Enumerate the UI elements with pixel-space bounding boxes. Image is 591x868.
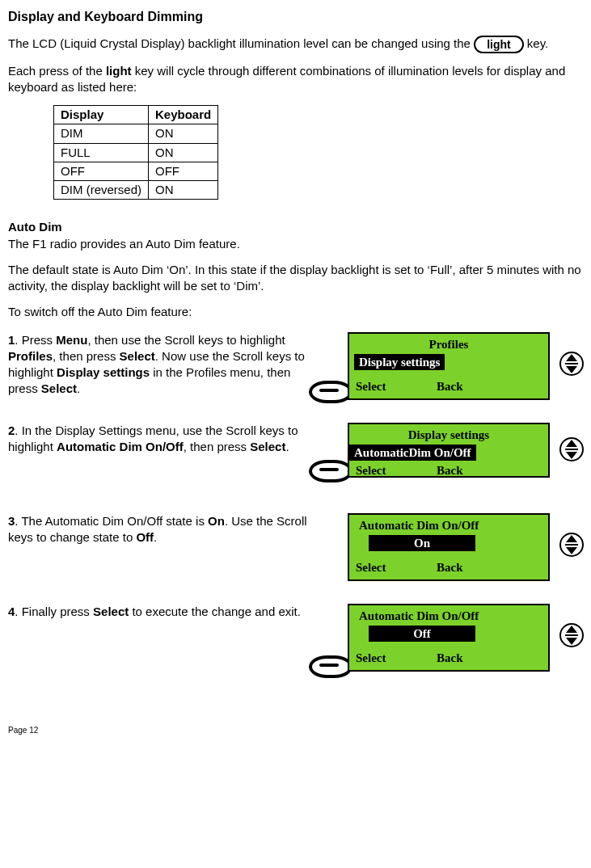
intro-para-2: Each press of the light key will cycle t…: [8, 63, 583, 96]
step-1-text: 1. Press Menu, then use the Scroll keys …: [8, 332, 320, 398]
dim-cell: ON: [149, 181, 218, 200]
intro-text-a: The LCD (Liquid Crystal Display) backlig…: [8, 36, 474, 50]
page-number: Page 12: [8, 725, 583, 736]
lcd-screen-2: Display settings AutomaticDim On/Off Sel…: [348, 423, 550, 478]
t: to execute the change and exit.: [129, 605, 301, 618]
autodim-p2: The default state is Auto Dim ‘On’. In t…: [8, 262, 583, 295]
select-key-icon: [309, 460, 352, 482]
dim-cell: DIM (reversed): [54, 181, 149, 200]
lcd-soft-left: Select: [356, 559, 437, 575]
dim-cell: FULL: [54, 143, 149, 162]
autodim-p3: To switch off the Auto Dim feature:: [8, 304, 583, 320]
lcd-screen-3: Automatic Dim On/Off On SelectBack: [348, 513, 550, 581]
dim-cell: OFF: [149, 162, 218, 180]
intro2-key: light: [106, 64, 132, 78]
select-key-icon: [309, 381, 352, 403]
lcd-screen-4: Automatic Dim On/Off Off SelectBack: [348, 604, 550, 672]
step-2-text: 2. In the Display Settings menu, use the…: [8, 423, 320, 456]
t: Profiles: [8, 349, 53, 363]
light-key-chip: light: [474, 36, 524, 53]
lcd-soft-right: Back: [437, 378, 463, 394]
t: . The Automatic Dim On/Off state is: [15, 514, 208, 528]
intro-text-b: key.: [527, 36, 548, 50]
lcd-soft-left: Select: [356, 650, 437, 666]
t: , then press: [53, 349, 120, 363]
t: , then press: [184, 440, 251, 453]
t: Menu: [56, 333, 87, 347]
dim-table: Display Keyboard DIMON FULLON OFFOFF DIM…: [53, 105, 218, 200]
lcd-highlight: Off: [369, 626, 475, 642]
t: , then use the Scroll keys to highlight: [87, 333, 285, 347]
dim-table-h2: Keyboard: [149, 106, 218, 124]
t: Select: [120, 349, 155, 363]
t: . Finally press: [15, 605, 93, 618]
scroll-icon: [559, 533, 584, 557]
section-title: Display and Keyboard Dimming: [8, 8, 583, 26]
step-3-text: 3. The Automatic Dim On/Off state is On.…: [8, 513, 320, 546]
lcd-title: Automatic Dim On/Off: [359, 517, 543, 533]
autodim-p1: The F1 radio provides an Auto Dim featur…: [8, 236, 583, 252]
dim-cell: ON: [149, 143, 218, 162]
autodim-heading: Auto Dim: [8, 219, 583, 235]
lcd-soft-left: Select: [356, 462, 437, 477]
lcd-highlight: On: [369, 535, 475, 551]
lcd-soft-right: Back: [437, 559, 463, 575]
lcd-title: Profiles: [354, 336, 543, 352]
lcd-soft-right: Back: [437, 650, 463, 666]
lcd-title: Display settings: [354, 427, 543, 443]
select-key-icon: [309, 655, 352, 678]
scroll-icon: [559, 352, 584, 376]
t: On: [208, 514, 225, 528]
intro-para-1: The LCD (Liquid Crystal Display) backlig…: [8, 36, 583, 53]
dim-cell: DIM: [54, 124, 149, 143]
lcd-title: Automatic Dim On/Off: [359, 608, 543, 624]
dim-cell: ON: [149, 124, 218, 143]
lcd-soft-right: Back: [437, 462, 463, 477]
lcd-screen-1: Profiles Display settings SelectBack: [348, 332, 550, 400]
dim-cell: OFF: [54, 162, 149, 180]
t: .: [154, 530, 157, 544]
t: Automatic Dim On/Off: [57, 440, 184, 453]
t: . Press: [15, 333, 56, 347]
t: .: [77, 381, 80, 395]
t: Off: [136, 530, 154, 544]
t: Select: [41, 381, 77, 395]
dim-table-h1: Display: [54, 106, 149, 124]
step-4-text: 4. Finally press Select to execute the c…: [8, 604, 320, 620]
scroll-icon: [559, 437, 584, 461]
t: Display settings: [57, 365, 150, 379]
lcd-highlight: Display settings: [354, 354, 445, 370]
t: Select: [93, 605, 129, 618]
step-2: 2. In the Display Settings menu, use the…: [8, 423, 583, 495]
intro2-a: Each press of the: [8, 64, 106, 78]
scroll-icon: [559, 623, 584, 647]
t: .: [285, 440, 289, 453]
step-4: 4. Finally press Select to execute the c…: [8, 604, 583, 676]
step-1: 1. Press Menu, then use the Scroll keys …: [8, 332, 583, 405]
t: Select: [250, 440, 285, 453]
lcd-highlight: AutomaticDim On/Off: [349, 445, 476, 461]
step-3: 3. The Automatic Dim On/Off state is On.…: [8, 513, 583, 586]
lcd-soft-left: Select: [356, 378, 437, 394]
